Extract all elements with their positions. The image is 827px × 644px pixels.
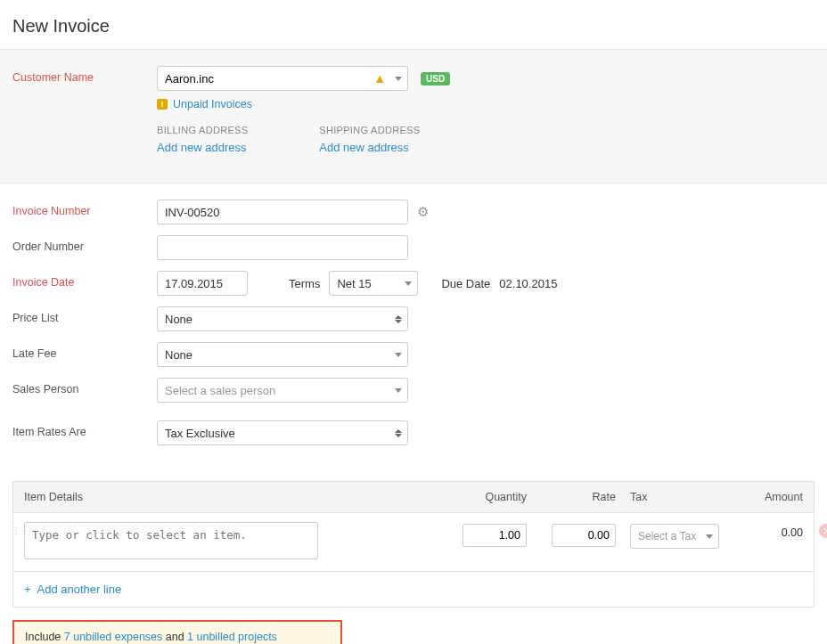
gear-icon[interactable]: ⚙ [417, 204, 429, 220]
drag-handle-icon[interactable]: ⋮⋮ [12, 526, 29, 535]
page-header: New Invoice [0, 0, 827, 49]
alert-icon: ! [157, 99, 168, 110]
shipping-address-header: SHIPPING ADDRESS [319, 125, 420, 135]
updown-icon [395, 315, 402, 323]
item-rates-label: Item Rates Are [12, 420, 157, 438]
order-number-input[interactable] [157, 235, 408, 260]
col-tax-header: Tax [616, 491, 723, 503]
late-fee-label: Late Fee [12, 342, 157, 360]
terms-label: Terms [289, 277, 320, 290]
table-header: Item Details Quantity Rate Tax Amount [12, 481, 815, 513]
chevron-down-icon [405, 281, 412, 286]
table-row: ⋮⋮ Select a Tax 0.00 ✕ [12, 513, 815, 572]
billing-address-header: BILLING ADDRESS [157, 125, 248, 135]
page-title: New Invoice [12, 16, 815, 37]
tax-select[interactable]: Select a Tax [630, 524, 719, 549]
customer-name-input[interactable] [165, 72, 373, 86]
col-rate-header: Rate [527, 491, 616, 503]
plus-icon: + [24, 583, 31, 596]
include-unbilled-box: Include 7 unbilled expenses and 1 unbill… [12, 620, 342, 644]
order-number-label: Order Number [12, 235, 157, 253]
add-line-button[interactable]: + Add another line [12, 572, 815, 607]
invoice-number-input[interactable] [157, 200, 408, 224]
col-qty-header: Quantity [438, 491, 527, 503]
shipping-address-block: SHIPPING ADDRESS Add new address [319, 125, 420, 154]
currency-badge: USD [421, 72, 450, 86]
chevron-down-icon [395, 77, 402, 81]
chevron-down-icon [395, 353, 402, 357]
late-fee-select[interactable]: None [157, 342, 408, 367]
line-items-table: Item Details Quantity Rate Tax Amount ⋮⋮… [12, 481, 815, 607]
customer-name-select[interactable]: ▲ [157, 66, 408, 91]
chevron-down-icon [395, 388, 402, 393]
customer-section: Customer Name ▲ USD ! Unpaid Invoices [0, 49, 827, 183]
item-input[interactable] [24, 522, 318, 559]
billing-address-block: BILLING ADDRESS Add new address [157, 125, 248, 154]
item-rates-select[interactable]: Tax Exclusive [157, 420, 408, 445]
due-date-value: 02.10.2015 [499, 277, 557, 290]
sales-person-label: Sales Person [12, 378, 157, 395]
invoice-number-label: Invoice Number [12, 200, 157, 217]
warning-icon: ▲ [373, 71, 386, 86]
customer-name-label: Customer Name [12, 66, 157, 84]
terms-select[interactable]: Net 15 [329, 271, 418, 296]
unpaid-invoices-link[interactable]: Unpaid Invoices [173, 98, 252, 110]
rate-input[interactable] [552, 524, 616, 547]
col-amount-header: Amount [723, 491, 803, 503]
unbilled-projects-link[interactable]: 1 unbilled projects [187, 631, 277, 643]
delete-line-icon[interactable]: ✕ [819, 524, 827, 538]
chevron-down-icon [706, 534, 713, 539]
updown-icon [395, 429, 402, 437]
unbilled-expenses-link[interactable]: 7 unbilled expenses [64, 631, 163, 643]
add-billing-address-link[interactable]: Add new address [157, 141, 246, 154]
col-item-header: Item Details [24, 491, 438, 503]
invoice-date-label: Invoice Date [12, 271, 157, 289]
quantity-input[interactable] [463, 524, 527, 547]
sales-person-select[interactable]: Select a sales person [157, 378, 408, 403]
price-list-label: Price List [12, 306, 157, 324]
add-shipping-address-link[interactable]: Add new address [319, 141, 408, 154]
line-amount: 0.00 [723, 522, 803, 539]
invoice-fields-section: Invoice Number ⚙ Order Number Invoice Da… [0, 183, 827, 465]
price-list-select[interactable]: None [157, 306, 408, 331]
invoice-date-input[interactable] [157, 271, 248, 296]
due-date-label: Due Date [441, 277, 490, 290]
